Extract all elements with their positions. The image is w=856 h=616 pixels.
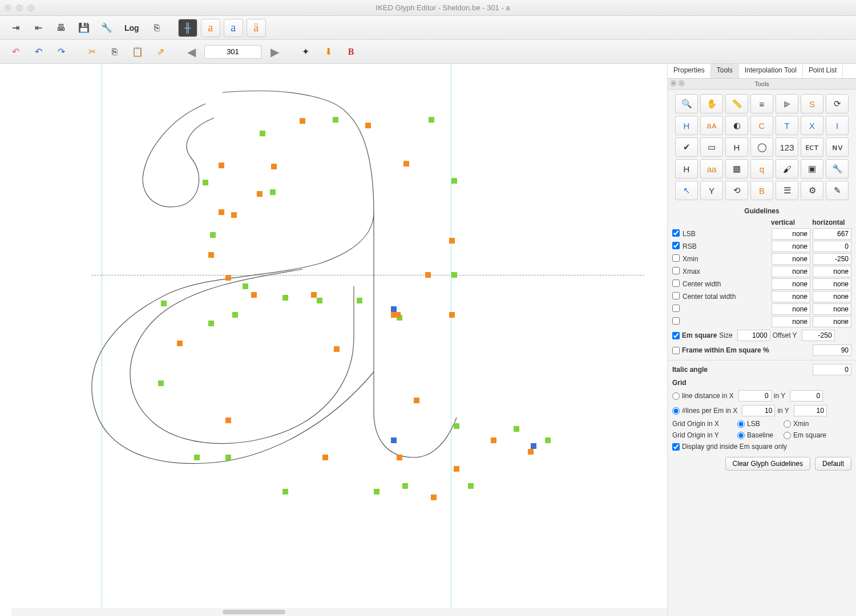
control-point[interactable] [300,118,305,124]
control-point[interactable] [451,178,457,184]
default-button[interactable]: Default [815,457,851,471]
undo-pink-icon[interactable]: ↶ [6,43,25,61]
guideline-checkbox[interactable] [672,242,680,249]
guideline-v-input[interactable] [772,303,810,315]
control-point[interactable] [208,252,214,258]
bold-b-icon[interactable]: B [341,43,361,61]
control-point[interactable] [322,455,328,460]
control-point[interactable] [225,455,231,460]
control-point[interactable] [403,161,409,167]
tool-rotate[interactable]: ⟳ [826,94,849,114]
guideline-checkbox[interactable] [672,292,680,299]
control-point[interactable] [282,489,288,495]
control-point[interactable] [391,306,397,312]
guideline-h-input[interactable] [813,316,851,327]
control-point[interactable] [528,449,534,455]
guideline-v-input[interactable] [772,291,810,302]
tool-arrow[interactable]: ↖ [675,181,698,200]
tool-zoom[interactable]: 🔍 [675,94,698,114]
tool-i-beam[interactable]: I [826,116,849,135]
guideline-h-input[interactable] [813,266,851,277]
guideline-h-input[interactable] [813,253,851,265]
control-point[interactable] [402,483,408,489]
add-glyph-icon[interactable]: ⎘ [147,19,167,37]
frame-pct-input[interactable] [813,345,851,356]
tool-gear[interactable]: ⚙ [801,181,823,200]
control-point[interactable] [334,346,340,352]
tool-refresh[interactable]: ⟲ [725,181,748,200]
metrics-icon[interactable]: ╫ [178,19,197,37]
control-point[interactable] [203,180,208,185]
em-offset-input[interactable] [802,330,835,341]
control-point[interactable] [451,272,457,278]
zoom-icon[interactable] [27,5,34,11]
control-point[interactable] [397,455,402,460]
tool-nv[interactable]: ɴᴠ [826,137,849,157]
control-point[interactable] [454,466,459,472]
next-glyph-icon[interactable]: ▶ [265,43,284,61]
control-point[interactable] [317,298,322,303]
grid-origin-y-em-radio[interactable] [784,432,791,439]
control-point[interactable] [374,489,379,495]
control-point[interactable] [251,292,257,298]
guideline-h-input[interactable] [813,241,851,252]
control-point[interactable] [271,164,277,169]
tool-o-ring[interactable]: ◯ [750,137,773,157]
save-icon[interactable]: 💾 [74,19,94,37]
control-point[interactable] [210,232,216,238]
guideline-h-input[interactable] [813,228,851,240]
control-point[interactable] [177,341,183,346]
control-point[interactable] [158,380,164,386]
control-point[interactable] [449,238,455,244]
tool-check[interactable]: ✔ [675,137,698,157]
tool-rect[interactable]: ▭ [700,137,723,157]
glyph-a-orange-icon[interactable]: a [201,19,220,37]
control-point[interactable] [282,295,288,301]
new-layer-icon[interactable]: ✦ [296,43,315,61]
grid-inside-em-checkbox[interactable] [672,443,680,451]
control-point[interactable] [333,117,338,123]
horizontal-scrollbar[interactable] [11,608,667,616]
control-point[interactable] [468,483,474,489]
copy-icon[interactable]: ⎘ [105,43,124,61]
grid-linedist-radio[interactable] [672,392,680,400]
frame-checkbox[interactable] [672,347,680,354]
grid-origin-y-baseline-radio[interactable] [737,432,745,439]
control-point[interactable] [194,455,200,460]
control-point[interactable] [425,272,431,278]
control-point[interactable] [243,283,248,289]
glyph-outline[interactable] [91,87,468,509]
guideline-checkbox[interactable] [672,317,680,325]
window-controls[interactable] [5,5,34,11]
glyph-number-input[interactable] [204,45,261,59]
guideline-v-input[interactable] [772,228,810,240]
tool-aa[interactable]: aa [700,159,723,179]
grid-linesPerEm-y-input[interactable] [794,405,827,416]
tool-h-italic[interactable]: H [675,116,698,135]
control-point[interactable] [161,301,167,306]
clear-guidelines-button[interactable]: Clear Glyph Guidelines [725,457,810,471]
tool-y-tool[interactable]: Y [700,181,723,200]
tool-lines[interactable]: ≡ [750,94,773,114]
tab-properties[interactable]: Properties [668,64,711,78]
tool-q[interactable]: q [750,159,773,179]
tool-wrench[interactable]: 🔧 [826,159,849,179]
minimize-icon[interactable] [16,5,23,11]
control-point[interactable] [311,292,317,298]
grid-linedist-x-input[interactable] [738,390,772,402]
guideline-v-input[interactable] [772,316,810,327]
grid-origin-x-xmin-radio[interactable] [784,420,791,428]
guideline-v-input[interactable] [772,241,810,252]
italic-angle-input[interactable] [813,364,851,375]
grid-linesPerEm-radio[interactable] [672,407,680,415]
control-point[interactable] [231,212,237,218]
tool-s-shape[interactable]: S [801,94,823,114]
tool-h-red[interactable]: H [675,159,698,179]
tool-123[interactable]: 123 [776,137,798,157]
settings-icon[interactable]: 🔧 [97,19,116,37]
guideline-checkbox[interactable] [672,267,680,274]
guideline-checkbox[interactable] [672,229,680,237]
guideline-checkbox[interactable] [672,254,680,262]
tool-hierarchy[interactable]: ⫸ [776,94,798,114]
tool-qr[interactable]: ▦ [725,159,748,179]
